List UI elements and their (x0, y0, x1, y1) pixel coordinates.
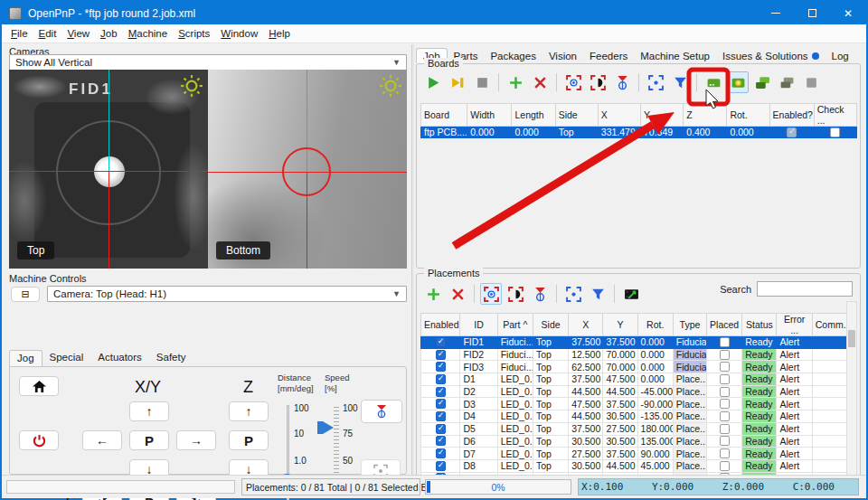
placed-checkbox[interactable] (720, 374, 730, 384)
add-placement-button[interactable] (422, 283, 444, 305)
placed-checkbox[interactable] (720, 448, 730, 458)
placements-col-header[interactable]: X (569, 314, 603, 336)
sun-brightness-icon[interactable] (180, 74, 203, 98)
placement-row[interactable]: D6LED_0...Top30.50030.500135.000Place...… (421, 435, 847, 448)
remove-placement-button[interactable] (447, 283, 468, 305)
placed-checkbox[interactable] (720, 337, 730, 347)
tab-feeders[interactable]: Feeders (583, 49, 634, 63)
boards-col-header[interactable]: Enabled? (769, 104, 814, 127)
tab-machine-setup[interactable]: Machine Setup (634, 49, 716, 63)
jog-y-plus-button[interactable]: ↑ (129, 401, 169, 421)
position-tool-placement-button[interactable] (587, 283, 609, 305)
tab-log[interactable]: Log (826, 49, 855, 63)
boards-col-header[interactable]: Width (467, 104, 512, 127)
enabled-checkbox[interactable] (436, 387, 446, 397)
placement-row[interactable]: D1LED_0...Top37.50047.5000.000Place...Re… (421, 373, 847, 386)
stop-job-button[interactable] (471, 71, 493, 93)
menu-view[interactable]: View (61, 25, 95, 42)
menu-edit[interactable]: Edit (33, 25, 62, 42)
close-button[interactable]: ✕ (830, 2, 866, 24)
placed-checkbox[interactable] (720, 424, 730, 434)
placement-row[interactable]: FID3Fiduci...Top62.50070.0000.000Fiducia… (421, 361, 847, 373)
placements-col-header[interactable]: Side (533, 314, 568, 336)
placements-col-header[interactable]: ID (460, 314, 497, 336)
menu-help[interactable]: Help (263, 25, 296, 42)
title-bar[interactable]: OpenPnP - *ftp job round 2.job.xml ✕ (2, 2, 866, 24)
enabled-checkbox[interactable] (787, 127, 797, 137)
park-xy-button[interactable]: P (129, 430, 169, 450)
home-button[interactable] (19, 376, 59, 396)
enabled-checkbox[interactable] (436, 461, 446, 471)
placements-col-header[interactable]: Error ... (777, 314, 812, 336)
boards-col-header[interactable]: Board (421, 104, 467, 127)
tab-special[interactable]: Special (42, 350, 91, 366)
placed-checkbox[interactable] (720, 399, 730, 409)
placements-col-header[interactable]: Part ^ (497, 314, 533, 336)
boards-col-header[interactable]: X (598, 104, 640, 127)
position-camera-placement-button[interactable] (562, 283, 584, 305)
placements-col-header[interactable]: Placed (707, 314, 742, 336)
capture-z-placement-button[interactable] (529, 283, 551, 305)
camera-view-top[interactable]: FID1 Top (9, 70, 208, 269)
jog-x-minus-button[interactable]: ← (82, 430, 122, 450)
menu-window[interactable]: Window (215, 25, 263, 42)
placements-col-header[interactable]: Y (603, 314, 637, 336)
capture-tool-placement-button[interactable] (505, 283, 526, 305)
menu-scripts[interactable]: Scripts (173, 25, 215, 42)
placement-row[interactable]: FID1Fiduci...Top37.50037.5000.000Fiducia… (421, 336, 847, 349)
placed-checkbox[interactable] (720, 350, 730, 360)
tab-issues-solutions[interactable]: Issues & Solutions (716, 49, 826, 63)
search-input[interactable] (757, 281, 853, 297)
enabled-checkbox[interactable] (436, 337, 446, 347)
tab-safety[interactable]: Safety (149, 350, 193, 366)
board-row[interactable]: ftp PCB....0.0000.000Top331.47970.3490.4… (421, 127, 857, 138)
check-fiducials-button[interactable] (703, 71, 724, 93)
step-job-button[interactable] (447, 71, 468, 93)
edit-placement-feeder-button[interactable] (620, 283, 642, 305)
speed-slider-handle[interactable] (323, 421, 334, 434)
two-placement-fiducial-check-button[interactable] (727, 71, 749, 93)
capture-tool-location-button[interactable] (587, 71, 609, 93)
placed-checkbox[interactable] (720, 461, 730, 471)
sun-brightness-icon[interactable] (379, 74, 402, 98)
tab-packages[interactable]: Packages (484, 49, 542, 63)
enabled-checkbox[interactable] (436, 411, 446, 421)
placement-row[interactable]: D7LED_0...Top27.50037.50090.000Place...R… (421, 448, 847, 460)
check-checkbox[interactable] (830, 127, 840, 137)
placement-row[interactable]: FID2Fiduci...Top12.50070.0000.000Fiducia… (421, 348, 847, 361)
placement-row[interactable]: D5LED_0...Top37.50027.500180.000Place...… (421, 422, 847, 435)
minimize-button[interactable] (758, 2, 794, 24)
camera-view-select[interactable]: Show All Vertical ▼ (9, 54, 407, 71)
jog-z-up-button[interactable]: ↑ (229, 401, 269, 421)
enabled-checkbox[interactable] (436, 362, 446, 372)
power-button[interactable] (19, 430, 59, 450)
jog-x-plus-button[interactable]: → (176, 430, 216, 450)
scrollbar-thumb[interactable] (848, 330, 855, 347)
camera-view-bottom[interactable]: Bottom (208, 70, 407, 269)
placements-col-header[interactable]: Type (673, 314, 706, 336)
start-job-button[interactable] (422, 71, 444, 93)
remove-board-button[interactable] (529, 71, 551, 93)
placements-col-header[interactable]: Status (742, 314, 777, 336)
menu-job[interactable]: Job (95, 25, 123, 42)
capture-camera-location-button[interactable] (562, 71, 584, 93)
tool-select[interactable]: Camera: Top (Head: H1) ▼ (47, 286, 407, 302)
enabled-checkbox[interactable] (436, 399, 446, 409)
placement-row[interactable]: D8LED_0...Top30.50044.50045.000Place...R… (421, 459, 847, 472)
boards-col-header[interactable]: Check ... (814, 104, 856, 127)
panelize-button[interactable] (751, 71, 773, 93)
tab-actuators[interactable]: Actuators (90, 350, 149, 366)
boards-col-header[interactable]: Z (684, 104, 727, 127)
position-camera-button[interactable] (645, 71, 666, 93)
placed-checkbox[interactable] (720, 436, 730, 446)
capture-z-jog-button[interactable] (361, 400, 402, 423)
placement-row[interactable]: D3LED_0...Top47.50037.500-90.000Place...… (421, 398, 847, 410)
maximize-button[interactable] (794, 2, 830, 24)
capture-camera-placement-button[interactable] (480, 283, 502, 305)
boards-col-header[interactable]: Length (512, 104, 555, 127)
panelize-xy-button[interactable] (776, 71, 797, 93)
add-board-button[interactable] (505, 71, 526, 93)
enabled-checkbox[interactable] (436, 436, 446, 446)
panelize-skip-button[interactable] (800, 71, 822, 93)
placements-col-header[interactable]: Enabled (421, 314, 460, 336)
